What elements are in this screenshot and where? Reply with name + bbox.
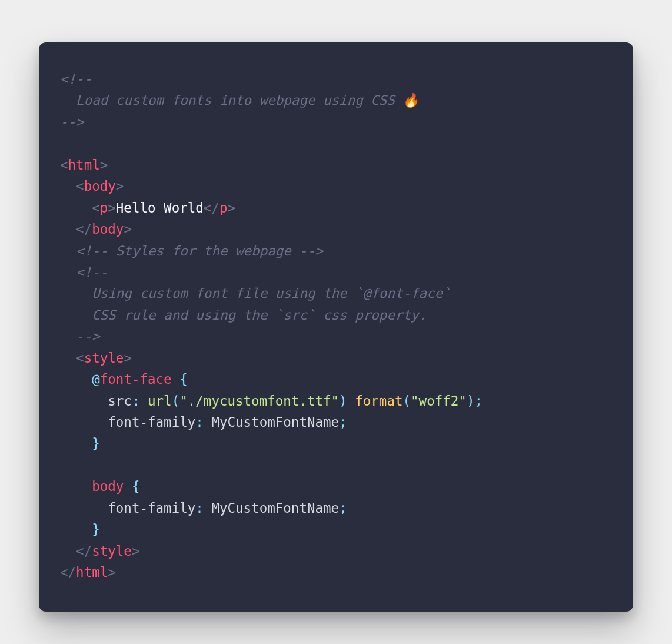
css-func: format [355,393,402,409]
css-property: font-family [60,414,195,430]
css-value: MyCustomFontName [211,414,339,430]
at-symbol: @ [60,371,100,387]
paren: ( [403,393,411,409]
angle-bracket: > [100,157,108,172]
angle-bracket: < [60,350,84,366]
css-selector: body [60,479,124,494]
paren: ) [339,393,347,409]
angle-bracket: > [116,178,124,194]
brace: { [124,479,139,494]
angle-bracket: > [108,565,116,580]
angle-bracket: > [227,200,235,215]
style-tag: style [92,543,132,559]
brace: } [60,522,100,537]
comment-line: Using custom font file using the `@font-… [60,286,451,301]
comment-close: --> [60,328,100,344]
css-property: font-family [60,500,195,516]
comment-open: <!-- [60,243,116,258]
p-tag: p [100,200,108,215]
angle-bracket: < [60,178,84,194]
body-tag: body [84,178,116,194]
angle-bracket: </ [60,221,92,237]
comment-open: <!-- [60,71,92,87]
angle-bracket: < [60,200,100,215]
angle-bracket: > [132,543,140,559]
paren: ( [172,393,180,409]
html-tag: html [76,565,108,580]
colon: : [195,414,211,430]
angle-bracket: </ [60,565,76,580]
angle-bracket: </ [60,543,92,559]
comment-line: Load custom fonts into webpage using CSS… [60,92,419,108]
css-func: url [148,393,172,409]
body-tag: body [92,221,124,237]
colon: : [195,500,211,516]
css-string: "woff2" [411,393,467,409]
html-tag: html [68,157,100,172]
css-property: src [60,393,132,409]
angle-bracket: > [124,350,132,366]
space [347,393,355,409]
comment-line: CSS rule and using the `src` css propert… [60,307,427,323]
brace: { [172,371,188,387]
semicolon: ; [339,500,347,516]
p-tag: p [219,200,228,215]
semicolon: ; [339,414,347,430]
style-tag: style [84,350,124,366]
css-string: "./mycustomfont.ttf" [179,393,339,409]
comment-close: --> [291,243,323,258]
angle-bracket: > [124,221,132,237]
semicolon: ; [474,393,483,409]
comment-close: --> [60,114,84,130]
code-snippet-card: <!-- Load custom fonts into webpage usin… [39,42,633,612]
comment-text: Styles for the webpage [116,243,291,258]
brace: } [60,436,100,451]
p-text: Hello World [116,200,204,215]
code-block: <!-- Load custom fonts into webpage usin… [60,68,612,583]
angle-bracket: < [60,157,68,172]
paren: ) [467,393,475,409]
comment-open: <!-- [60,264,108,280]
at-rule-name: font-face [100,371,172,387]
css-value: MyCustomFontName [211,500,339,516]
angle-bracket: </ [204,200,219,215]
angle-bracket: > [108,200,116,215]
colon: : [132,393,148,409]
